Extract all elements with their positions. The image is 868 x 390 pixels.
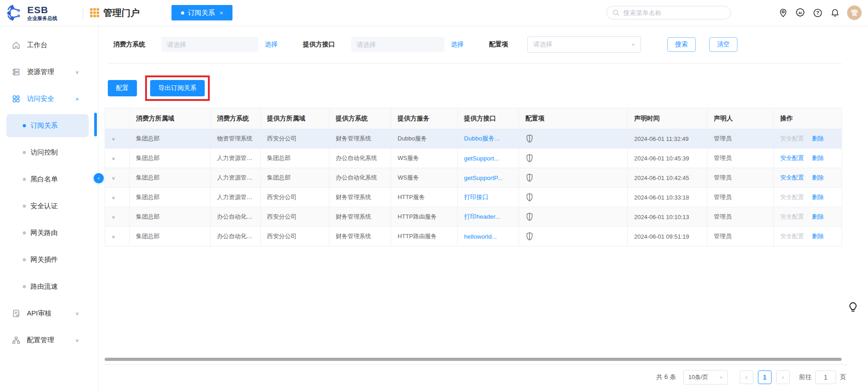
- provider-interface-link[interactable]: getSupportP...: [464, 175, 503, 181]
- ai-assistant-icon[interactable]: AI: [795, 8, 805, 18]
- provider-interface-link[interactable]: 打印接口: [464, 194, 489, 200]
- shield-icon[interactable]: [525, 154, 534, 163]
- sidebar-scrollbar-thumb[interactable]: [94, 113, 97, 136]
- cell-consumer-domain: 集团总部: [130, 149, 211, 168]
- cell-provider-domain: 西安分公司: [261, 188, 329, 207]
- prev-page-button[interactable]: ‹: [740, 370, 753, 384]
- sidebar-item-gateway-route[interactable]: 网关路由: [0, 220, 98, 246]
- cell-provider-service: WS服务: [391, 168, 458, 188]
- security-config-link[interactable]: 安全配置: [780, 213, 804, 220]
- delete-link[interactable]: 删除: [812, 155, 824, 161]
- column-header: 提供方接口: [458, 108, 519, 129]
- page-number-button[interactable]: 1: [758, 370, 772, 384]
- page-size-select[interactable]: 10条/页 ∨: [683, 370, 728, 385]
- security-config-link[interactable]: 安全配置: [780, 233, 804, 240]
- sidebar-item-label: 订阅关系: [30, 121, 58, 130]
- shield-icon[interactable]: [525, 232, 534, 241]
- location-pin-icon[interactable]: [778, 8, 788, 18]
- chevron-left-icon: ‹: [98, 175, 100, 181]
- lightbulb-icon[interactable]: [848, 302, 858, 313]
- provider-interface-link[interactable]: helloworld...: [464, 233, 497, 240]
- user-avatar[interactable]: 管: [847, 5, 862, 20]
- portal-title: 管理门户: [103, 7, 140, 19]
- sidebar-item-gateway-plugin[interactable]: 网关插件: [0, 246, 98, 273]
- column-header: 声明人: [707, 108, 774, 129]
- security-config-link[interactable]: 安全配置: [780, 155, 804, 161]
- cell-declarer: 管理员: [707, 227, 774, 246]
- sidebar-item-access-control[interactable]: 访问控制: [0, 139, 98, 166]
- bullet-dot-icon: [23, 285, 26, 288]
- clear-button[interactable]: 清空: [709, 37, 737, 52]
- provider-interface-link[interactable]: Dubbo服务...: [464, 135, 500, 142]
- sidebar-item-security-authentication[interactable]: 安全认证: [0, 193, 98, 220]
- sidebar-collapse-button[interactable]: ‹: [94, 173, 104, 183]
- cell-declare-time: 2024-06-01 10:42:45: [628, 168, 707, 188]
- sidebar-item-route-flow-rate[interactable]: 路由流速: [0, 273, 98, 300]
- security-config-link[interactable]: 安全配置: [780, 135, 804, 142]
- table-row: ∨ 集团总部 人力资源管理... 集团总部 办公自动化系统 WS服务 getSu…: [105, 149, 842, 168]
- cell-provider-service: WS服务: [391, 149, 458, 168]
- sitemap-icon: [12, 336, 20, 345]
- sidebar-item-subscription-relationship[interactable]: 订阅关系: [0, 112, 98, 139]
- menu-search-box[interactable]: [606, 6, 731, 20]
- cell-provider-system: 财务管理系统: [329, 207, 391, 227]
- provider-interface-input[interactable]: [351, 37, 444, 52]
- config-button[interactable]: 配置: [108, 80, 137, 96]
- home-icon: [12, 41, 20, 50]
- cell-provider-service: HTTP服务: [391, 188, 458, 207]
- consumer-system-input[interactable]: [161, 37, 258, 52]
- cell-declarer: 管理员: [707, 149, 774, 168]
- sidebar-item-api-review[interactable]: API审核 ∨: [0, 300, 98, 327]
- cell-consumer-system: 人力资源管理...: [211, 149, 261, 168]
- row-expander-icon[interactable]: ∨: [111, 234, 116, 239]
- security-config-link[interactable]: 安全配置: [780, 174, 804, 181]
- delete-link[interactable]: 删除: [812, 213, 824, 220]
- tab-subscription-relationship[interactable]: 订阅关系 ×: [172, 5, 232, 20]
- row-expander-icon[interactable]: ∨: [111, 215, 116, 220]
- shield-icon[interactable]: [525, 173, 534, 182]
- sidebar-item-access-security[interactable]: 访问安全 ∧: [0, 85, 98, 112]
- consumer-system-label: 消费方系统: [113, 40, 145, 49]
- cell-provider-service: Dubbo服务: [391, 129, 458, 149]
- shield-icon[interactable]: [525, 193, 534, 202]
- cell-declare-time: 2024-06-01 11:32:49: [628, 129, 707, 149]
- app-header: ESB 企业服务总线 管理门户 订阅关系 ×: [0, 0, 868, 25]
- consumer-system-select-link[interactable]: 选择: [265, 40, 278, 49]
- export-subscription-button[interactable]: 导出订阅关系: [150, 80, 205, 96]
- sidebar-item-resource-management[interactable]: 资源管理 ∨: [0, 59, 98, 85]
- bell-icon[interactable]: [830, 8, 840, 18]
- column-header: 提供方系统: [329, 108, 391, 129]
- sidebar-item-label: 配置管理: [27, 336, 54, 345]
- delete-link[interactable]: 删除: [812, 135, 824, 142]
- provider-interface-label: 提供方接口: [303, 40, 335, 49]
- sidebar-item-label: 访问控制: [30, 148, 58, 157]
- sidebar-item-blacklist-whitelist[interactable]: 黑白名单: [0, 166, 98, 193]
- sidebar-item-workbench[interactable]: 工作台: [0, 32, 98, 59]
- row-expander-icon[interactable]: ∨: [111, 156, 116, 161]
- search-button[interactable]: 搜索: [667, 37, 696, 52]
- main-content: 消费方系统 选择 提供方接口 选择 配置项 请选择 ∨ 搜索 清空 配置 导出订…: [99, 25, 868, 390]
- tab-close-icon[interactable]: ×: [220, 10, 223, 16]
- help-question-icon[interactable]: ?: [812, 8, 823, 18]
- config-item-select[interactable]: 请选择 ∨: [527, 36, 641, 53]
- goto-page-input[interactable]: [815, 370, 836, 384]
- row-expander-icon[interactable]: ∨: [111, 195, 116, 200]
- delete-link[interactable]: 删除: [812, 233, 824, 240]
- security-config-link[interactable]: 安全配置: [780, 194, 804, 200]
- provider-interface-link[interactable]: getSupport...: [464, 155, 499, 162]
- provider-interface-select-link[interactable]: 选择: [451, 40, 464, 49]
- delete-link[interactable]: 删除: [812, 194, 824, 200]
- next-page-button[interactable]: ›: [776, 370, 790, 384]
- bullet-dot-icon: [23, 205, 26, 208]
- shield-icon[interactable]: [525, 212, 534, 221]
- provider-interface-link[interactable]: 打印header...: [464, 213, 500, 220]
- row-expander-icon[interactable]: ∨: [111, 136, 116, 141]
- horizontal-scrollbar[interactable]: [105, 358, 842, 361]
- menu-search-input[interactable]: [622, 9, 725, 17]
- grid-2x2-icon: [12, 95, 20, 103]
- sidebar-item-config-management[interactable]: 配置管理 ∨: [0, 327, 98, 354]
- delete-link[interactable]: 删除: [812, 174, 824, 181]
- sidebar-item-label: 黑白名单: [30, 175, 58, 184]
- row-expander-icon[interactable]: ∨: [111, 175, 116, 180]
- shield-icon[interactable]: [525, 134, 534, 143]
